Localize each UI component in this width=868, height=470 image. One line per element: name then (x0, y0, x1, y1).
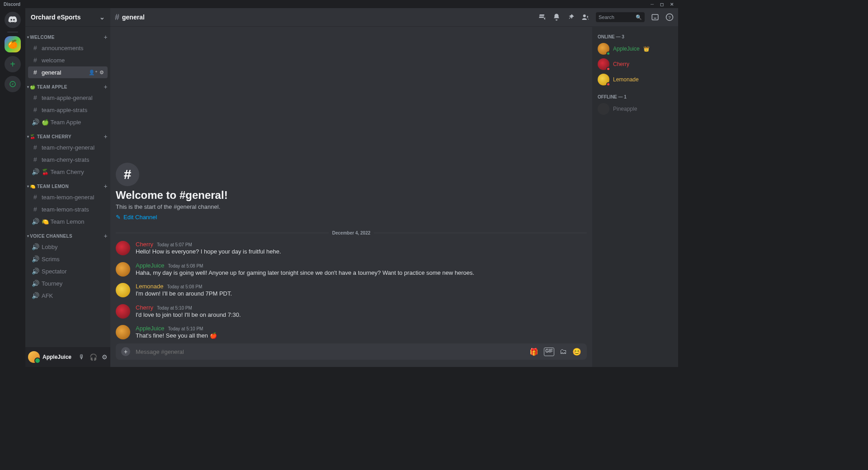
category-header[interactable]: ▾ 🍏 TEAM APPLE+ (25, 79, 110, 91)
avatar[interactable] (116, 262, 130, 277)
add-channel-icon[interactable]: + (104, 232, 108, 240)
channel-label: 🍏 Team Apple (42, 119, 81, 126)
pinned-icon[interactable] (567, 13, 575, 21)
message-timestamp: Today at 5:08 PM (167, 284, 202, 289)
message-author[interactable]: Cherry (136, 241, 153, 248)
welcome-title: Welcome to #general! (116, 189, 587, 202)
sticker-icon[interactable]: 🗂 (560, 348, 567, 356)
svg-text:?: ? (668, 15, 671, 20)
window-controls: ─ ◻ ✕ (651, 2, 678, 7)
server-orchard-esports[interactable]: 🍊 (5, 36, 21, 52)
add-channel-icon[interactable]: + (104, 33, 108, 41)
voice-channel-scrims[interactable]: 🔊Scrims (28, 253, 108, 265)
chevron-down-icon: ▾ (27, 135, 29, 139)
settings-icon[interactable]: ⚙ (102, 353, 108, 361)
text-channel-team-apple-strats[interactable]: #team-apple-strats (28, 104, 108, 116)
inbox-icon[interactable] (651, 13, 659, 21)
text-channel-team-apple-general[interactable]: #team-apple-general (28, 92, 108, 103)
avatar[interactable] (116, 241, 130, 255)
message-input[interactable] (136, 348, 524, 355)
avatar[interactable] (116, 325, 130, 339)
member-list: ONLINE — 3 AppleJuice👑CherryLemonade OFF… (592, 26, 678, 367)
channel-label: 🍒 Team Cherry (42, 169, 84, 175)
member-row[interactable]: Lemonade (595, 72, 675, 87)
add-channel-icon[interactable]: + (104, 83, 108, 90)
message[interactable]: CherryToday at 5:07 PM Hello! How is eve… (116, 238, 587, 259)
message[interactable]: CherryToday at 5:10 PM I'd love to join … (116, 301, 587, 323)
chevron-down-icon: ⌄ (99, 14, 105, 21)
text-channel-welcome[interactable]: #welcome (28, 54, 108, 66)
speaker-icon: 🔊 (32, 168, 39, 175)
add-channel-icon[interactable]: + (104, 183, 108, 190)
avatar[interactable] (116, 283, 130, 297)
attach-button[interactable]: + (121, 347, 130, 356)
close-button[interactable]: ✕ (670, 2, 674, 7)
explore-button[interactable] (5, 76, 21, 92)
avatar (598, 103, 609, 115)
voice-channel--team-apple[interactable]: 🔊🍏 Team Apple (28, 116, 108, 128)
message-author[interactable]: AppleJuice (136, 325, 165, 332)
search-input[interactable]: Search 🔍 (596, 12, 645, 22)
message-timestamp: Today at 5:08 PM (168, 263, 203, 268)
notifications-icon[interactable] (552, 13, 561, 21)
gift-icon[interactable]: 🎁 (529, 348, 538, 356)
gear-icon[interactable]: ⚙ (99, 70, 104, 75)
mute-icon[interactable]: 🎙 (79, 353, 85, 361)
text-channel-general[interactable]: #general👤⁺⚙ (28, 66, 108, 78)
message-timestamp: Today at 5:10 PM (168, 326, 203, 331)
channel-label: team-cherry-strats (42, 156, 89, 163)
text-channel-team-lemon-strats[interactable]: #team-lemon-strats (28, 203, 108, 215)
text-channel-team-cherry-general[interactable]: #team-cherry-general (28, 141, 108, 153)
message-scroller[interactable]: # Welcome to #general! This is the start… (110, 26, 592, 343)
voice-channel-lobby[interactable]: 🔊Lobby (28, 241, 108, 253)
speaker-icon: 🔊 (32, 243, 39, 250)
message-author[interactable]: AppleJuice (136, 262, 165, 269)
add-channel-icon[interactable]: + (104, 133, 108, 140)
invite-icon[interactable]: 👤⁺ (89, 70, 98, 75)
category-header[interactable]: ▾ VOICE CHANNELS+ (25, 228, 110, 240)
message-author[interactable]: Lemonade (136, 283, 163, 290)
message[interactable]: AppleJuiceToday at 5:10 PM That's fine! … (116, 322, 587, 343)
hash-icon: # (32, 144, 39, 151)
avatar[interactable] (116, 304, 130, 319)
voice-channel-spectator[interactable]: 🔊Spectator (28, 265, 108, 277)
category-header[interactable]: ▾ 🍒 TEAM CHERRY+ (25, 128, 110, 141)
crown-icon: 👑 (643, 46, 650, 52)
member-row[interactable]: AppleJuice👑 (595, 41, 675, 56)
message-author[interactable]: Cherry (136, 304, 153, 311)
category-header[interactable]: ▾ WELCOME+ (25, 29, 110, 42)
channel-label: Scrims (42, 256, 60, 263)
text-channel-team-lemon-general[interactable]: #team-lemon-general (28, 191, 108, 203)
self-avatar[interactable] (28, 351, 40, 363)
voice-channel--team-cherry[interactable]: 🔊🍒 Team Cherry (28, 166, 108, 178)
threads-icon[interactable] (538, 13, 546, 21)
text-channel-team-cherry-strats[interactable]: #team-cherry-strats (28, 154, 108, 165)
emoji-icon[interactable]: 😊 (572, 348, 581, 356)
member-row[interactable]: Pineapple (595, 101, 675, 117)
edit-channel-link[interactable]: ✎ Edit Channel (116, 214, 157, 221)
main-area: # general Search 🔍 (110, 8, 678, 367)
minimize-button[interactable]: ─ (651, 2, 654, 7)
search-icon: 🔍 (636, 14, 642, 20)
message[interactable]: LemonadeToday at 5:08 PM I'm down! I'll … (116, 280, 587, 301)
message-composer[interactable]: + 🎁 GIF 🗂 😊 (116, 343, 587, 360)
message[interactable]: AppleJuiceToday at 5:08 PM Haha, my day … (116, 259, 587, 281)
channel-sidebar: Orchard eSports ⌄ ▾ WELCOME+#announcemen… (25, 8, 110, 367)
category-header[interactable]: ▾ 🍋 TEAM LEMON+ (25, 178, 110, 191)
message-body: I'd love to join too! I'll be on around … (136, 311, 241, 319)
voice-channel--team-lemon[interactable]: 🔊🍋 Team Lemon (28, 216, 108, 227)
voice-channel-afk[interactable]: 🔊AFK (28, 290, 108, 301)
server-header[interactable]: Orchard eSports ⌄ (25, 8, 110, 26)
deafen-icon[interactable]: 🎧 (90, 353, 97, 361)
text-channel-announcements[interactable]: #announcements (28, 42, 108, 54)
maximize-button[interactable]: ◻ (660, 2, 664, 7)
voice-channel-tourney[interactable]: 🔊Tourney (28, 277, 108, 289)
message-body: I'm down! I'll be on around 7PM PDT. (136, 290, 232, 298)
home-button[interactable] (5, 12, 21, 28)
members-toggle-icon[interactable] (581, 13, 590, 21)
member-row[interactable]: Cherry (595, 56, 675, 72)
add-server-button[interactable]: + (5, 56, 21, 72)
window-titlebar: Discord ─ ◻ ✕ (0, 0, 678, 8)
gif-icon[interactable]: GIF (544, 348, 554, 356)
help-icon[interactable]: ? (665, 13, 674, 21)
